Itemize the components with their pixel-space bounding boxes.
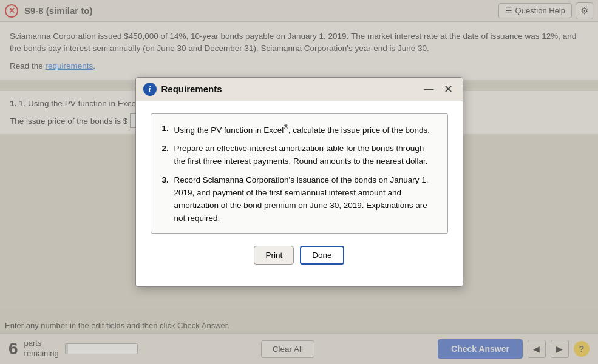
print-button[interactable]: Print [254, 246, 294, 265]
modal-header: i Requirements — ✕ [136, 78, 463, 101]
modal-overlay: i Requirements — ✕ 1. Using the PV funct… [0, 0, 598, 364]
modal-header-right: — ✕ [422, 84, 455, 95]
minimize-button[interactable]: — [422, 84, 437, 94]
req-num-3: 3. [162, 174, 172, 225]
requirements-modal: i Requirements — ✕ 1. Using the PV funct… [135, 77, 463, 288]
req-num-1: 1. [162, 123, 172, 136]
requirements-box: 1. Using the PV function in Excel®, calc… [151, 113, 448, 234]
req-text-2: Prepare an effective-interest amortizati… [174, 143, 437, 168]
info-icon: i [143, 83, 157, 96]
requirement-1: 1. Using the PV function in Excel®, calc… [162, 123, 437, 136]
modal-header-left: i Requirements [143, 83, 222, 96]
modal-footer: Print Done [151, 246, 448, 277]
req-num-2: 2. [162, 143, 172, 168]
requirement-3: 3. Record Sciamanna Corporation's issuan… [162, 174, 437, 225]
req-text-1: Using the PV function in Excel®, calcula… [174, 123, 437, 136]
modal-body: 1. Using the PV function in Excel®, calc… [136, 101, 463, 287]
close-button[interactable]: ✕ [441, 84, 455, 95]
done-button[interactable]: Done [300, 246, 344, 265]
modal-title: Requirements [161, 84, 222, 94]
requirement-2: 2. Prepare an effective-interest amortiz… [162, 143, 437, 168]
req-text-3: Record Sciamanna Corporation's issuance … [174, 174, 437, 225]
